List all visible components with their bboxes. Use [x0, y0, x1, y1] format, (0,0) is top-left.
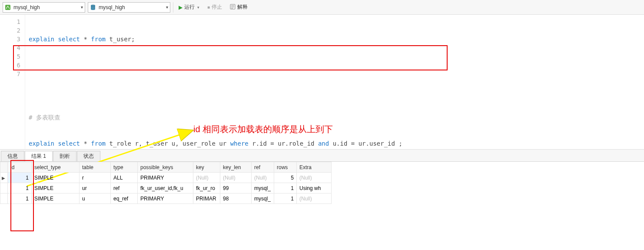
line-number: 4 — [0, 43, 20, 52]
col-id[interactable]: id — [8, 162, 32, 173]
results-table[interactable]: id select_type table type possible_keys … — [0, 162, 332, 204]
table-header-row: id select_type table type possible_keys … — [0, 162, 332, 173]
col-select-type[interactable]: select_type — [32, 162, 80, 173]
svg-rect-0 — [5, 5, 10, 10]
chevron-down-icon: ▾ — [81, 5, 83, 10]
table-row[interactable]: 1SIMPLEueq_refPRIMARYPRIMAR98mysql_1(Nul… — [0, 193, 332, 204]
connection-dropdown[interactable]: mysql_high ▾ — [3, 2, 85, 13]
line-number: 3 — [0, 35, 20, 43]
table-cell[interactable]: eq_ref — [111, 193, 138, 204]
explain-button[interactable]: 解释 — [227, 2, 250, 13]
col-key[interactable]: key — [193, 162, 220, 173]
line-number: 5 — [0, 52, 20, 61]
table-cell[interactable]: 1 — [274, 193, 297, 204]
table-cell[interactable]: r — [80, 173, 111, 183]
stop-icon: ■ — [207, 5, 210, 10]
row-indicator-cell — [0, 183, 8, 193]
stop-label: 停止 — [212, 3, 222, 11]
table-cell[interactable]: ref — [111, 183, 138, 193]
col-rows[interactable]: rows — [274, 162, 297, 173]
code-area[interactable]: explain select * from t_user; # 多表联查 exp… — [25, 15, 644, 149]
table-cell[interactable]: ALL — [111, 173, 138, 183]
col-table[interactable]: table — [80, 162, 111, 173]
table-cell[interactable]: 1 — [8, 173, 32, 183]
explain-icon — [230, 4, 236, 11]
database-icon — [90, 4, 96, 10]
table-cell[interactable]: 98 — [220, 193, 252, 204]
row-indicator-header — [0, 162, 8, 173]
divider — [173, 2, 173, 13]
table-cell[interactable]: (Null) — [252, 173, 274, 183]
table-cell[interactable]: PRIMARY — [138, 193, 193, 204]
col-type[interactable]: type — [111, 162, 138, 173]
table-cell[interactable]: fk_ur_user_id,fk_u — [138, 183, 193, 193]
table-cell[interactable]: PRIMARY — [138, 173, 193, 183]
table-cell[interactable]: 1 — [274, 183, 297, 193]
chevron-down-icon: ▾ — [166, 5, 168, 10]
table-cell[interactable]: (Null) — [297, 193, 332, 204]
table-cell[interactable]: 1 — [8, 183, 32, 193]
table-cell[interactable]: SIMPLE — [32, 183, 80, 193]
table-cell[interactable]: mysql_ — [252, 183, 274, 193]
line-number: 7 — [0, 70, 20, 78]
table-cell[interactable]: fk_ur_ro — [193, 183, 220, 193]
table-cell[interactable]: u — [80, 193, 111, 204]
table-cell[interactable]: 99 — [220, 183, 252, 193]
table-cell[interactable]: SIMPLE — [32, 173, 80, 183]
database-label: mysql_high — [99, 4, 163, 10]
line-number: 1 — [0, 17, 20, 26]
connection-label: mysql_high — [13, 4, 78, 10]
run-label: 运行 — [184, 3, 195, 11]
col-ref[interactable]: ref — [252, 162, 274, 173]
results-panel: ▶ id select_type table type possible_key… — [0, 162, 644, 204]
play-icon: ▶ — [179, 4, 183, 10]
sql-editor[interactable]: 1 2 3 4 5 6 7 explain select * from t_us… — [0, 15, 644, 150]
table-row[interactable]: 1SIMPLErALLPRIMARY(Null)(Null)(Null)5(Nu… — [0, 173, 332, 183]
line-gutter: 1 2 3 4 5 6 7 — [0, 15, 25, 149]
tab-info[interactable]: 信息 — [1, 151, 24, 161]
table-cell[interactable]: (Null) — [193, 173, 220, 183]
table-cell[interactable]: 1 — [8, 193, 32, 204]
table-cell[interactable]: Using wh — [297, 183, 332, 193]
stop-button[interactable]: ■ 停止 — [205, 2, 225, 13]
col-key-len[interactable]: key_len — [220, 162, 252, 173]
col-extra[interactable]: Extra — [297, 162, 332, 173]
connection-icon — [5, 4, 11, 10]
row-indicator-cell — [0, 193, 8, 204]
table-cell[interactable]: (Null) — [297, 173, 332, 183]
code-line — [29, 61, 641, 70]
explain-label: 解释 — [237, 3, 248, 11]
line-number: 2 — [0, 26, 20, 35]
table-cell[interactable]: ur — [80, 183, 111, 193]
code-line — [29, 87, 641, 96]
line-number: 6 — [0, 61, 20, 70]
table-cell[interactable]: PRIMAR — [193, 193, 220, 204]
code-line: explain select * from t_role r, t_user u… — [29, 139, 641, 148]
code-line: explain select * from t_user; — [29, 35, 641, 43]
chevron-down-icon: ▾ — [197, 5, 199, 10]
table-cell[interactable]: 5 — [274, 173, 297, 183]
table-cell[interactable]: SIMPLE — [32, 193, 80, 204]
code-line: # 多表联查 — [29, 113, 641, 122]
table-row[interactable]: 1SIMPLEurreffk_ur_user_id,fk_ufk_ur_ro99… — [0, 183, 332, 193]
table-cell[interactable]: mysql_ — [252, 193, 274, 204]
current-row-indicator: ▶ — [2, 176, 5, 180]
col-possible-keys[interactable]: possible_keys — [138, 162, 193, 173]
table-cell[interactable]: (Null) — [220, 173, 252, 183]
run-button[interactable]: ▶ 运行 ▾ — [176, 2, 202, 13]
database-dropdown[interactable]: mysql_high ▾ — [88, 2, 170, 13]
toolbar: mysql_high ▾ mysql_high ▾ ▶ 运行 ▾ ■ 停止 解释 — [0, 0, 644, 15]
